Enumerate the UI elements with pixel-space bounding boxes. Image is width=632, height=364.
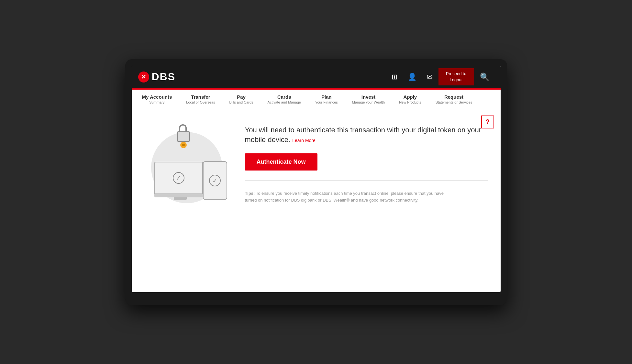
dbs-logo-text: DBS xyxy=(152,71,176,83)
dbs-logo-icon: ✕ xyxy=(138,72,149,83)
main-content: ? xyxy=(132,109,501,290)
help-button[interactable]: ? xyxy=(481,116,494,128)
tips-text: Tips: To ensure you receive timely notif… xyxy=(245,190,452,204)
network-icon[interactable]: ⊞ xyxy=(387,70,402,84)
search-icon[interactable]: 🔍 xyxy=(475,69,494,85)
lock-icon xyxy=(177,129,193,142)
laptop-illustration: ✓ xyxy=(154,162,206,200)
nav-item-cards[interactable]: Cards Activate and Manage xyxy=(261,90,308,109)
logo-area: ✕ DBS xyxy=(138,71,176,83)
screen: ✕ DBS ⊞ 👤 ✉ Proceed to Logout 🔍 My Accou… xyxy=(132,66,501,292)
authenticate-now-button[interactable]: Authenticate Now xyxy=(245,153,317,171)
logout-line2: Logout xyxy=(444,77,469,83)
phone-check-icon: ✓ xyxy=(209,175,221,186)
auth-title: You will need to authenticate this trans… xyxy=(245,125,488,145)
auth-illustration: ✓ ✓ xyxy=(145,126,229,203)
logout-button[interactable]: Proceed to Logout xyxy=(438,68,474,85)
auth-section: ✓ ✓ You will need to auth xyxy=(145,119,488,210)
nav-item-plan[interactable]: Plan Your Finances xyxy=(308,90,345,109)
header-right: ⊞ 👤 ✉ Proceed to Logout 🔍 xyxy=(387,68,494,85)
nav-item-transfer[interactable]: Transfer Local or Overseas xyxy=(179,90,222,109)
auth-text-section: You will need to authenticate this trans… xyxy=(245,125,488,204)
learn-more-link[interactable]: Learn More xyxy=(292,138,316,143)
mail-icon[interactable]: ✉ xyxy=(422,70,437,84)
nav-item-my-accounts[interactable]: My Accounts Summary xyxy=(135,90,179,109)
phone-illustration: ✓ xyxy=(203,161,229,200)
laptop-frame: ✕ DBS ⊞ 👤 ✉ Proceed to Logout 🔍 My Accou… xyxy=(125,59,507,305)
nav-item-request[interactable]: Request Statements or Services xyxy=(428,90,480,109)
logout-line1: Proceed to xyxy=(444,71,469,77)
user-icon[interactable]: 👤 xyxy=(403,70,421,84)
header: ✕ DBS ⊞ 👤 ✉ Proceed to Logout 🔍 xyxy=(132,66,501,88)
nav-item-apply[interactable]: Apply New Products xyxy=(392,90,428,109)
divider xyxy=(245,180,488,181)
navigation: My Accounts Summary Transfer Local or Ov… xyxy=(132,90,501,109)
nav-item-pay[interactable]: Pay Bills and Cards xyxy=(222,90,261,109)
nav-item-invest[interactable]: Invest Manage your Wealth xyxy=(345,90,392,109)
laptop-check-icon: ✓ xyxy=(173,172,184,184)
